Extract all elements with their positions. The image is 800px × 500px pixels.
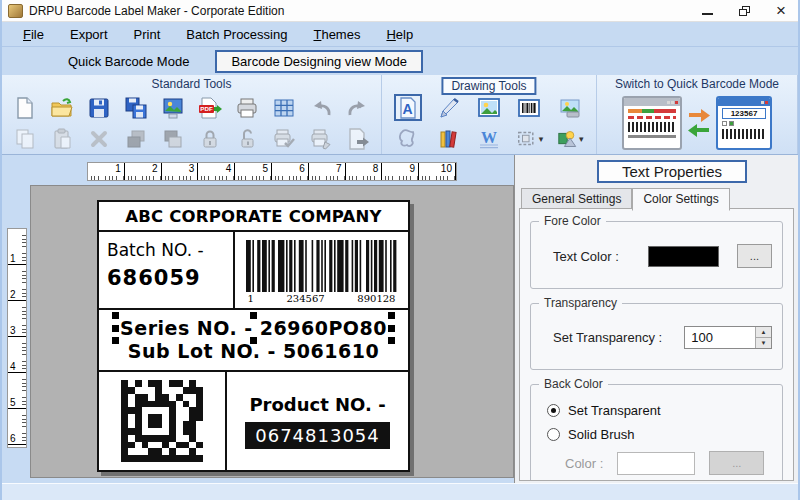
- pencil-icon[interactable]: [435, 94, 463, 121]
- redo-icon[interactable]: [344, 94, 372, 121]
- watermark-icon[interactable]: W: [475, 125, 503, 152]
- back-color-label: Color :: [565, 456, 603, 471]
- print-icon[interactable]: [233, 94, 261, 121]
- selection-handle[interactable]: [112, 312, 119, 319]
- bring-front-icon[interactable]: [122, 125, 150, 152]
- color-settings-panel: Fore Color Text Color : ... Transparency…: [519, 208, 794, 481]
- drawing-tools-section: Drawing Tools A W▾▾: [382, 75, 597, 154]
- set-transparent-label: Set Transparent: [568, 403, 661, 418]
- lock-icon[interactable]: [196, 125, 224, 152]
- swap-arrows-icon: [688, 109, 710, 137]
- back-color-browse-button[interactable]: ...: [709, 451, 764, 475]
- selection-handle[interactable]: [112, 337, 119, 344]
- quick-mode-window-icon: 123567: [716, 96, 772, 150]
- selection-handle[interactable]: [250, 337, 257, 344]
- delete-icon[interactable]: [85, 125, 113, 152]
- switch-mode-section: Switch to Quick Barcode Mode 123567: [597, 75, 798, 154]
- text-icon[interactable]: A: [394, 94, 422, 121]
- dropdown-arrow-icon[interactable]: ▾: [579, 134, 584, 144]
- text-color-browse-button[interactable]: ...: [737, 244, 772, 268]
- quick-barcode-mode-tab[interactable]: Quick Barcode Mode: [58, 50, 199, 73]
- solid-brush-radio[interactable]: [547, 428, 560, 441]
- product-no-value[interactable]: 0674813054: [245, 422, 390, 449]
- picture-icon[interactable]: [475, 94, 503, 121]
- new-file-icon[interactable]: [11, 94, 39, 121]
- label-card[interactable]: ABC CORPORATE COMPANY Batch NO. - 686059…: [97, 200, 410, 472]
- close-button[interactable]: ×: [776, 2, 786, 19]
- selection-handle[interactable]: [250, 312, 257, 319]
- transparency-group: Transparency Set Transparency : 100 ▲ ▼: [530, 303, 783, 370]
- text-color-swatch[interactable]: [648, 246, 719, 267]
- selection-handle[interactable]: [388, 337, 395, 344]
- unlock-icon[interactable]: [233, 125, 261, 152]
- menu-themes[interactable]: Themes: [300, 24, 373, 45]
- title-bar: DRPU Barcode Label Maker - Corporate Edi…: [2, 0, 798, 22]
- svg-text:W: W: [481, 129, 497, 146]
- standard-tools-title: Standard Tools: [2, 77, 381, 92]
- toolbar: Standard Tools PDF Drawing Tools A W▾▾ S…: [2, 75, 798, 155]
- image-shape-icon[interactable]: [556, 94, 584, 121]
- standard-tools-section: Standard Tools PDF: [2, 75, 382, 154]
- label-barcode[interactable]: 1 234567 890128: [235, 232, 408, 308]
- menu-file[interactable]: File: [10, 24, 57, 45]
- set-transparency-label: Set Transparency :: [553, 330, 684, 345]
- print-setup-icon[interactable]: [307, 125, 335, 152]
- batch-no-value[interactable]: 686059: [107, 266, 233, 290]
- text-color-label: Text Color :: [553, 249, 648, 264]
- barcode-icon[interactable]: [515, 94, 543, 121]
- export-pdf-icon[interactable]: PDF: [196, 94, 224, 121]
- status-bar: [2, 483, 798, 500]
- product-no-label[interactable]: Product NO. -: [249, 394, 385, 415]
- transparency-spinner[interactable]: 100 ▲ ▼: [684, 326, 772, 349]
- grid-icon[interactable]: [270, 94, 298, 121]
- barcode-bars: [246, 240, 398, 292]
- undo-icon[interactable]: [307, 94, 335, 121]
- batch-no-label[interactable]: Batch NO. -: [107, 240, 233, 260]
- copy-icon[interactable]: [11, 125, 39, 152]
- barcode-designing-mode-tab[interactable]: Barcode Designing view Mode: [215, 50, 423, 73]
- label-company-text[interactable]: ABC CORPORATE COMPANY: [99, 202, 408, 230]
- spinner-down-icon[interactable]: ▼: [756, 338, 771, 348]
- properties-panel: Text Properties General Settings Color S…: [514, 155, 798, 483]
- selection-handle[interactable]: [388, 325, 395, 332]
- border-icon[interactable]: ▾: [515, 125, 543, 152]
- tab-color-settings[interactable]: Color Settings: [632, 188, 729, 211]
- menu-print[interactable]: Print: [121, 24, 174, 45]
- paste-icon[interactable]: [48, 125, 76, 152]
- minimize-button[interactable]: [702, 3, 713, 18]
- barcode-digits: 1 234567 890128: [248, 293, 396, 304]
- print-preview-icon[interactable]: [270, 125, 298, 152]
- library-icon[interactable]: [435, 125, 463, 152]
- solid-brush-label: Solid Brush: [568, 427, 634, 442]
- spinner-up-icon[interactable]: ▲: [756, 327, 771, 338]
- back-color-group: Back Color Set Transparent Solid Brush C…: [530, 384, 783, 481]
- open-folder-icon[interactable]: [48, 94, 76, 121]
- set-transparent-radio[interactable]: [547, 404, 560, 417]
- close-page-icon[interactable]: [344, 125, 372, 152]
- svg-text:PDF: PDF: [200, 105, 213, 112]
- back-color-field[interactable]: [617, 452, 695, 475]
- restore-button[interactable]: [739, 6, 750, 16]
- menu-batch-processing[interactable]: Batch Processing: [173, 24, 300, 45]
- transparency-value[interactable]: 100: [685, 327, 755, 348]
- datamatrix-svg: [121, 380, 203, 462]
- save-all-icon[interactable]: [122, 94, 150, 121]
- export-image-icon[interactable]: [159, 94, 187, 121]
- switch-to-quick-mode-button[interactable]: 123567: [597, 96, 797, 150]
- vertical-ruler: 123456: [7, 228, 27, 448]
- datamatrix-code[interactable]: [99, 372, 227, 470]
- series-no-text-selected[interactable]: Series NO. - 26960PO80: [116, 316, 391, 340]
- freeform-icon[interactable]: [394, 125, 422, 152]
- shapes-icon[interactable]: ▾: [556, 125, 584, 152]
- selection-handle[interactable]: [388, 312, 395, 319]
- app-window: DRPU Barcode Label Maker - Corporate Edi…: [0, 0, 800, 500]
- drawing-tools-title: Drawing Tools: [441, 77, 536, 95]
- menu-help[interactable]: Help: [373, 24, 426, 45]
- save-icon[interactable]: [85, 94, 113, 121]
- horizontal-ruler: 12345678910: [87, 162, 457, 181]
- selection-handle[interactable]: [112, 325, 119, 332]
- send-back-icon[interactable]: [159, 125, 187, 152]
- dropdown-arrow-icon[interactable]: ▾: [539, 134, 544, 144]
- menu-export[interactable]: Export: [57, 24, 121, 45]
- fore-color-group: Fore Color Text Color : ...: [530, 221, 783, 289]
